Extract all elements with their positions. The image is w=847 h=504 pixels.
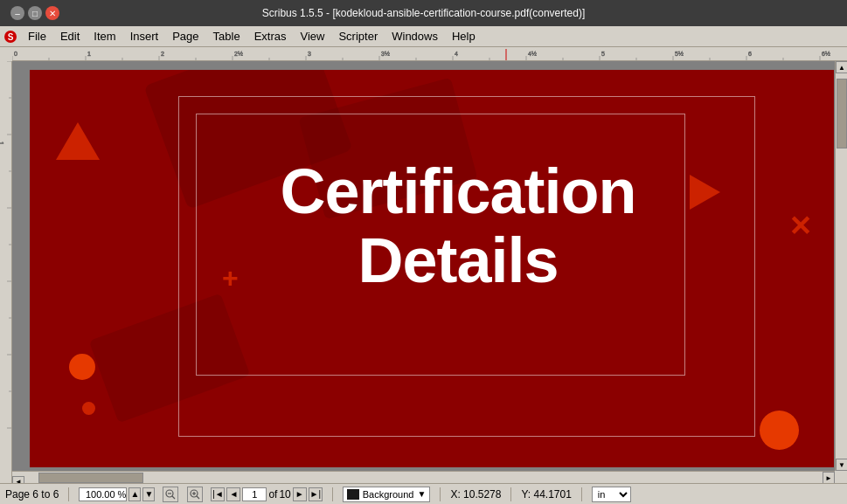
layer-selector[interactable]: Background ▼ — [343, 487, 431, 502]
app-logo: S — [3, 30, 17, 44]
ruler-horizontal: 0 1 2 2½ 3 3½ 4 4½ 5 5½ 6 6½ — [12, 49, 847, 61]
title-line2: Details — [170, 226, 746, 295]
svg-text:6: 6 — [748, 51, 752, 57]
y-coordinate: Y: 44.1701 — [521, 488, 571, 501]
zoom-section: ▲ ▼ — [79, 487, 155, 501]
zoom-value-input[interactable] — [79, 487, 127, 501]
menu-insert[interactable]: Insert — [123, 28, 166, 45]
window-title: Scribus 1.5.5 - [kodekloud-ansible-certi… — [59, 7, 788, 19]
svg-text:2: 2 — [161, 51, 164, 57]
zoom-out-button[interactable] — [163, 487, 178, 502]
svg-text:S: S — [8, 32, 14, 42]
svg-rect-41 — [12, 49, 847, 61]
scroll-down-button[interactable]: ▼ — [836, 459, 847, 471]
svg-text:4½: 4½ — [528, 51, 537, 57]
minimize-button[interactable]: – — [10, 6, 24, 20]
title-bar: – □ ✕ Scribus 1.5.5 - [kodekloud-ansible… — [0, 0, 847, 26]
svg-text:6½: 6½ — [822, 51, 830, 57]
menu-view[interactable]: View — [293, 28, 331, 45]
ruler-corner — [0, 49, 12, 61]
menu-windows[interactable]: Windows — [385, 28, 445, 45]
page-of-label: of — [268, 488, 277, 501]
last-page-button[interactable]: ►| — [309, 487, 323, 501]
next-page-button[interactable]: ► — [293, 487, 307, 501]
scrollbar-horizontal[interactable]: ◄ ► — [12, 471, 835, 483]
menu-table[interactable]: Table — [206, 28, 247, 45]
page-info-text: Page 6 to 6 — [5, 488, 59, 501]
page-title-text: Certification Details — [170, 157, 746, 295]
menu-scripter[interactable]: Scripter — [331, 28, 385, 45]
scrollbar-vertical[interactable]: ▲ ▼ — [835, 61, 847, 471]
scroll-corner — [835, 471, 847, 483]
first-page-button[interactable]: |◄ — [211, 487, 225, 501]
svg-text:1: 1 — [0, 142, 4, 145]
menu-extras[interactable]: Extras — [247, 28, 294, 45]
page-total: 10 — [279, 488, 290, 501]
x-coordinate: X: 10.5278 — [450, 488, 501, 501]
svg-text:1: 1 — [87, 51, 91, 57]
svg-text:3: 3 — [308, 51, 311, 57]
page-navigation: |◄ ◄ of 10 ► ►| — [211, 487, 322, 501]
zoom-in-button[interactable] — [187, 487, 203, 502]
canvas-area[interactable]: + ✕ Certification Details — [12, 61, 847, 483]
deco-circle-small — [82, 402, 95, 415]
deco-cross-right: ✕ — [788, 210, 812, 243]
status-bar: Page 6 to 6 ▲ ▼ |◄ ◄ of 10 ► ►| Backgrou… — [0, 483, 847, 504]
page-canvas: + ✕ Certification Details — [30, 70, 834, 467]
svg-text:2½: 2½ — [234, 51, 243, 57]
deco-triangle-left — [56, 122, 100, 160]
svg-text:3½: 3½ — [381, 51, 390, 57]
svg-text:5: 5 — [601, 51, 605, 57]
zoom-up-button[interactable]: ▲ — [128, 487, 141, 501]
ruler-vertical: 1 — [0, 61, 12, 483]
x-coord-text: X: 10.5278 — [450, 488, 501, 501]
scroll-thumb-horizontal[interactable] — [38, 473, 143, 483]
scroll-thumb-vertical[interactable] — [837, 79, 847, 148]
scroll-up-button[interactable]: ▲ — [836, 61, 847, 73]
menu-bar: S File Edit Item Insert Page Table Extra… — [0, 26, 847, 47]
prev-page-button[interactable]: ◄ — [226, 487, 240, 501]
deco-circle-bottom — [69, 354, 95, 380]
menu-file[interactable]: File — [21, 28, 53, 45]
menu-help[interactable]: Help — [445, 28, 483, 45]
svg-rect-78 — [0, 61, 12, 483]
scroll-right-button[interactable]: ► — [823, 472, 835, 484]
layer-color-swatch — [347, 489, 359, 500]
title-line1: Certification — [170, 157, 746, 226]
maximize-button[interactable]: □ — [28, 6, 42, 20]
y-coord-text: Y: 44.1701 — [521, 488, 571, 501]
menu-page[interactable]: Page — [165, 28, 205, 45]
deco-circle-large — [760, 411, 799, 450]
unit-select[interactable]: in mm cm pt — [592, 487, 631, 502]
menu-item[interactable]: Item — [87, 28, 122, 45]
layer-dropdown-arrow[interactable]: ▼ — [417, 489, 426, 499]
svg-text:4: 4 — [455, 51, 458, 57]
menu-edit[interactable]: Edit — [53, 28, 87, 45]
svg-text:5½: 5½ — [675, 51, 684, 57]
svg-line-95 — [197, 496, 199, 499]
layer-name: Background — [363, 489, 414, 500]
close-button[interactable]: ✕ — [45, 6, 59, 20]
page-number-input[interactable] — [242, 487, 267, 501]
svg-text:0: 0 — [14, 51, 17, 57]
svg-line-92 — [172, 496, 175, 499]
page-info: Page 6 to 6 — [5, 488, 59, 501]
zoom-down-button[interactable]: ▼ — [142, 487, 155, 501]
